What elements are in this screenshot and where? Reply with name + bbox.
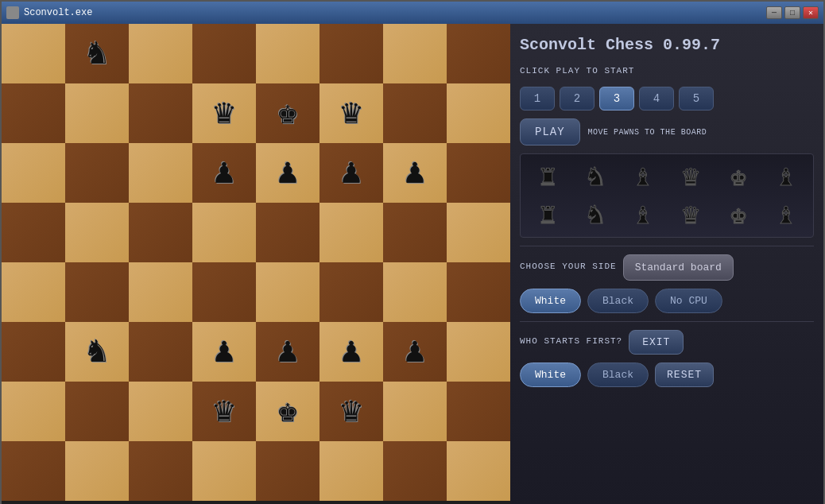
tray-rook-2[interactable]: ♜ — [528, 197, 567, 232]
tray-bishop-2[interactable]: ♝ — [766, 159, 806, 194]
cell-6-2[interactable] — [129, 382, 192, 441]
minimize-button[interactable]: ─ — [766, 6, 782, 19]
cell-4-2[interactable] — [129, 262, 192, 322]
cell-0-1[interactable]: ♞ — [65, 24, 129, 83]
chess-piece[interactable]: ♟ — [277, 156, 299, 191]
tray-bishop-4[interactable]: ♝ — [766, 197, 806, 232]
cell-6-7[interactable] — [447, 382, 510, 441]
cell-7-6[interactable] — [383, 441, 447, 501]
tray-rook-1[interactable]: ♜ — [528, 159, 567, 194]
chess-piece[interactable]: ♛ — [341, 394, 362, 429]
tray-knight-1[interactable]: ♞ — [575, 159, 615, 194]
tray-king-2[interactable]: ♚ — [718, 197, 758, 232]
black-side-button[interactable]: Black — [587, 289, 649, 313]
cell-3-1[interactable] — [65, 203, 129, 262]
cell-3-7[interactable] — [447, 203, 510, 262]
cell-1-4[interactable]: ♚ — [256, 83, 320, 143]
cell-4-4[interactable] — [256, 262, 320, 322]
reset-button[interactable]: RESET — [655, 362, 714, 387]
tray-queen-2[interactable]: ♛ — [671, 197, 711, 232]
cell-5-3[interactable]: ♟ — [192, 322, 256, 382]
chess-piece[interactable]: ♚ — [277, 394, 299, 429]
close-button[interactable]: ✕ — [803, 6, 819, 19]
cell-4-1[interactable] — [65, 262, 129, 322]
chess-piece[interactable]: ♟ — [277, 335, 299, 370]
cell-1-2[interactable] — [129, 83, 192, 143]
cell-7-0[interactable] — [2, 441, 65, 501]
cell-7-7[interactable] — [447, 441, 510, 501]
difficulty-2[interactable]: 2 — [560, 87, 595, 110]
cell-2-7[interactable] — [447, 143, 510, 203]
cell-6-0[interactable] — [2, 382, 65, 441]
cell-3-3[interactable] — [192, 203, 256, 262]
cell-1-1[interactable] — [65, 83, 129, 143]
play-button[interactable]: PLAY — [520, 118, 580, 145]
tray-queen-1[interactable]: ♛ — [671, 159, 711, 194]
cell-5-1[interactable]: ♞ — [65, 322, 129, 382]
cell-2-6[interactable]: ♟ — [383, 143, 447, 203]
cell-5-2[interactable] — [129, 322, 192, 382]
difficulty-3[interactable]: 3 — [599, 87, 634, 110]
exit-button[interactable]: EXIT — [629, 330, 684, 355]
cell-5-4[interactable]: ♟ — [256, 322, 320, 382]
cell-7-3[interactable] — [192, 441, 256, 501]
cell-6-3[interactable]: ♛ — [192, 382, 256, 441]
cell-7-1[interactable] — [65, 441, 129, 501]
cell-2-1[interactable] — [65, 143, 129, 203]
cell-3-4[interactable] — [256, 203, 320, 262]
chess-piece[interactable]: ♞ — [87, 335, 108, 370]
tray-king-1[interactable]: ♚ — [718, 159, 758, 194]
white-side-button[interactable]: White — [520, 289, 581, 313]
chess-piece[interactable]: ♞ — [87, 37, 108, 72]
chess-piece[interactable]: ♛ — [214, 394, 235, 429]
cell-7-2[interactable] — [129, 441, 192, 501]
chess-piece[interactable]: ♟ — [405, 156, 426, 191]
cell-0-7[interactable] — [447, 24, 510, 83]
cell-6-6[interactable] — [383, 382, 447, 441]
difficulty-1[interactable]: 1 — [520, 87, 555, 110]
cell-5-0[interactable] — [2, 322, 65, 382]
cell-2-5[interactable]: ♟ — [320, 143, 383, 203]
cell-1-6[interactable] — [383, 83, 447, 143]
cell-1-5[interactable]: ♛ — [320, 83, 383, 143]
maximize-button[interactable]: □ — [784, 6, 800, 19]
white-starts-button[interactable]: White — [520, 362, 581, 387]
cell-0-6[interactable] — [383, 24, 447, 83]
tray-bishop-3[interactable]: ♝ — [623, 197, 663, 232]
chess-piece[interactable]: ♟ — [214, 335, 235, 370]
chess-piece[interactable]: ♟ — [341, 156, 362, 191]
cell-2-4[interactable]: ♟ — [256, 143, 320, 203]
cell-3-6[interactable] — [383, 203, 447, 262]
cell-4-5[interactable] — [320, 262, 383, 322]
cell-0-5[interactable] — [320, 24, 383, 83]
difficulty-5[interactable]: 5 — [679, 87, 714, 110]
standard-board-button[interactable]: Standard board — [623, 254, 734, 281]
difficulty-4[interactable]: 4 — [639, 87, 674, 110]
tray-knight-2[interactable]: ♞ — [575, 197, 615, 232]
cell-6-5[interactable]: ♛ — [320, 382, 383, 441]
cell-0-2[interactable] — [129, 24, 192, 83]
cell-5-7[interactable] — [447, 322, 510, 382]
chess-piece[interactable]: ♚ — [277, 96, 299, 131]
cell-4-6[interactable] — [383, 262, 447, 322]
tray-bishop-1[interactable]: ♝ — [623, 159, 663, 194]
cell-5-5[interactable]: ♟ — [320, 322, 383, 382]
cell-7-5[interactable] — [320, 441, 383, 501]
cell-4-3[interactable] — [192, 262, 256, 322]
chess-piece[interactable]: ♟ — [341, 335, 362, 370]
no-cpu-button[interactable]: No CPU — [655, 289, 722, 313]
black-starts-button[interactable]: Black — [587, 362, 649, 387]
cell-4-0[interactable] — [2, 262, 65, 322]
cell-0-0[interactable] — [2, 24, 65, 83]
cell-6-1[interactable] — [65, 382, 129, 441]
chess-piece[interactable]: ♛ — [214, 96, 235, 131]
cell-0-4[interactable] — [256, 24, 320, 83]
chess-piece[interactable]: ♟ — [405, 335, 426, 370]
cell-2-2[interactable] — [129, 143, 192, 203]
cell-5-6[interactable]: ♟ — [383, 322, 447, 382]
cell-1-7[interactable] — [447, 83, 510, 143]
cell-3-2[interactable] — [129, 203, 192, 262]
cell-2-3[interactable]: ♟ — [192, 143, 256, 203]
cell-2-0[interactable] — [2, 143, 65, 203]
cell-3-5[interactable] — [320, 203, 383, 262]
